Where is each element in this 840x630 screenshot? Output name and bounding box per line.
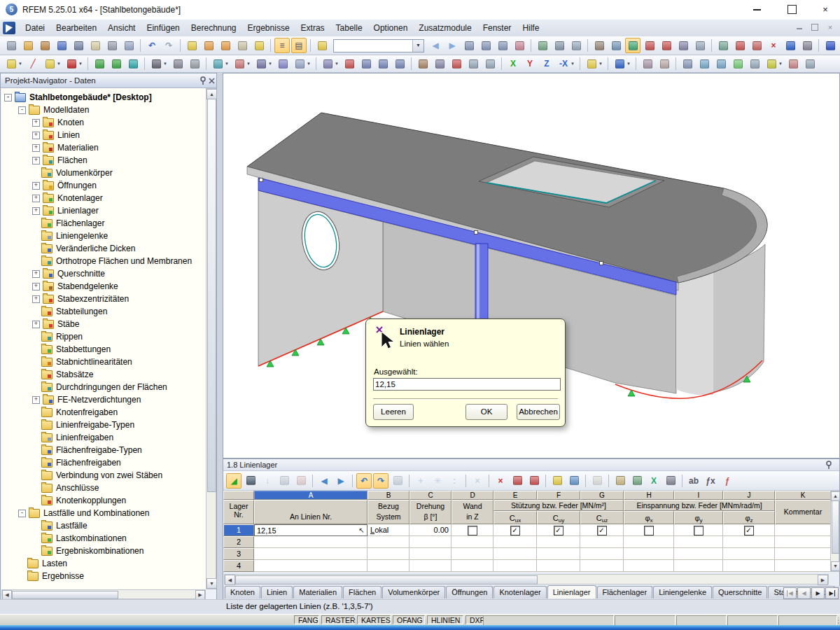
first-tab-button[interactable]: ◀ bbox=[783, 587, 797, 599]
tree-item-modelldaten[interactable]: -Modelldaten bbox=[1, 104, 206, 116]
tree-expander-icon[interactable]: - bbox=[18, 510, 26, 517]
snap-icon[interactable] bbox=[715, 38, 731, 53]
tree-item-lastfälle[interactable]: Lastfälle bbox=[1, 519, 206, 532]
tree-item-stabteilungen[interactable]: Stabteilungen bbox=[1, 305, 206, 318]
tree-item-öffnungen[interactable]: +Öffnungen bbox=[1, 179, 206, 192]
table-undo-icon[interactable]: ↶ bbox=[356, 473, 372, 489]
select-box-icon[interactable]: ▼ bbox=[232, 56, 247, 71]
tree-item-rippen[interactable]: Rippen bbox=[1, 330, 206, 343]
fe-mesh-icon[interactable] bbox=[608, 38, 624, 53]
function-del-icon[interactable]: ƒ bbox=[720, 473, 735, 489]
check-model-icon[interactable] bbox=[799, 38, 815, 53]
tree-expander-icon[interactable]: + bbox=[32, 144, 40, 152]
tree-item-lasten[interactable]: Lasten bbox=[1, 557, 206, 570]
tree-expander-icon[interactable]: + bbox=[32, 283, 40, 290]
mode-kartes[interactable]: KARTES bbox=[357, 615, 391, 624]
ok-button[interactable]: OK bbox=[465, 404, 507, 420]
dim-red-icon[interactable] bbox=[512, 38, 527, 53]
tree-item-stahlbetongebäude-desktop-[interactable]: -Stahlbetongebäude* [Desktop] bbox=[1, 91, 206, 104]
row-number-4[interactable]: 4 bbox=[223, 560, 254, 572]
loadcase-combo[interactable]: ▼ bbox=[333, 39, 424, 52]
regenerate-icon[interactable] bbox=[415, 56, 430, 71]
checkbox-uz[interactable]: ✓ bbox=[597, 526, 607, 536]
workplane-icon[interactable] bbox=[625, 38, 640, 53]
column-letter-K[interactable]: K bbox=[775, 491, 831, 500]
column-letter-A[interactable]: A bbox=[254, 491, 368, 500]
tree-expander-icon[interactable]: + bbox=[32, 132, 40, 139]
print-preview-icon[interactable] bbox=[121, 38, 136, 53]
mode-fang[interactable]: FANG bbox=[294, 615, 319, 624]
empty-cell[interactable] bbox=[674, 548, 723, 560]
tree-item-fe-netzverdichtungen[interactable]: +FE-Netzverdichtungen bbox=[1, 393, 206, 406]
checkbox-ux[interactable]: ✓ bbox=[510, 526, 520, 536]
table-tab-flächen[interactable]: Flächen bbox=[343, 586, 382, 598]
empty-cell[interactable] bbox=[451, 560, 493, 572]
tree-item-knoten[interactable]: +Knoten bbox=[1, 116, 206, 129]
tree-expander-icon[interactable]: + bbox=[32, 270, 40, 278]
menu-bearbeiten[interactable]: Bearbeiten bbox=[50, 20, 102, 36]
table-horizontal-scrollbar[interactable]: ◀ ▶ bbox=[224, 574, 829, 584]
empty-cell[interactable] bbox=[537, 560, 580, 572]
cell-drehung[interactable]: 0.00 bbox=[410, 524, 451, 536]
row-number-1[interactable]: 1 bbox=[223, 524, 254, 536]
column-letter-C[interactable]: C bbox=[410, 491, 451, 500]
table-tab-öffnungen[interactable]: Öffnungen bbox=[446, 586, 493, 598]
checkbox-cell-G[interactable]: ✓ bbox=[580, 524, 624, 536]
selected-lines-input[interactable] bbox=[373, 378, 561, 391]
tree-item-linienlager[interactable]: +Linienlager bbox=[1, 204, 206, 217]
surface-tool-icon[interactable]: ▼ bbox=[210, 56, 225, 71]
delete-rows-icon[interactable]: × bbox=[493, 473, 508, 489]
zoom-center-icon[interactable] bbox=[218, 38, 233, 53]
menu-fenster[interactable]: Fenster bbox=[477, 20, 517, 36]
tree-expander-icon[interactable]: + bbox=[32, 195, 40, 202]
tree-item-querschnitte[interactable]: +Querschnitte bbox=[1, 267, 206, 280]
table-vertical-scrollbar[interactable]: ▲ ▼ bbox=[830, 491, 839, 572]
zoom-cancel-icon[interactable] bbox=[449, 56, 464, 71]
view-y-icon[interactable]: Y bbox=[522, 56, 538, 71]
mesh-settings-icon[interactable] bbox=[676, 38, 691, 53]
navigator-horizontal-scrollbar[interactable]: ◀ ▶ bbox=[1, 589, 206, 599]
empty-cell[interactable] bbox=[624, 536, 674, 548]
empty-cell[interactable] bbox=[254, 536, 368, 548]
nodal-support-icon[interactable] bbox=[92, 56, 107, 71]
column-letter-G[interactable]: G bbox=[580, 491, 624, 500]
menu-tabelle[interactable]: Tabelle bbox=[330, 20, 368, 36]
notes-icon[interactable] bbox=[612, 473, 628, 489]
tree-item-lastfälle-und-kombinationen[interactable]: -Lastfälle und Kombinationen bbox=[1, 507, 206, 519]
frame-calc2-icon[interactable] bbox=[568, 38, 584, 53]
next-tab-button[interactable]: ▶ bbox=[811, 587, 825, 599]
new-solid-icon[interactable] bbox=[275, 56, 290, 71]
empty-cell[interactable] bbox=[493, 560, 537, 572]
rotate-red-icon[interactable] bbox=[732, 38, 748, 53]
results-iso-icon[interactable] bbox=[696, 56, 712, 71]
empty-cell[interactable] bbox=[368, 536, 410, 548]
mdi-restore-button[interactable] bbox=[809, 22, 820, 32]
handshake-icon[interactable] bbox=[592, 38, 607, 53]
tree-expander-icon[interactable]: + bbox=[32, 396, 40, 404]
tree-item-materialien[interactable]: +Materialien bbox=[1, 141, 206, 154]
column-letter-D[interactable]: D bbox=[451, 491, 493, 500]
table-blue-icon[interactable] bbox=[566, 473, 582, 489]
tree-item-knotenfreigaben[interactable]: Knotenfreigaben bbox=[1, 406, 206, 419]
tree-item-stabbettungen[interactable]: Stabbettungen bbox=[1, 343, 206, 356]
mdi-minimize-button[interactable] bbox=[794, 22, 805, 32]
checkbox-uy[interactable]: ✓ bbox=[554, 526, 564, 536]
tree-item-flächen[interactable]: +Flächen bbox=[1, 154, 206, 167]
tree-expander-icon[interactable]: + bbox=[32, 207, 40, 215]
column-letter-I[interactable]: I bbox=[674, 491, 723, 500]
open-folder-icon[interactable] bbox=[20, 38, 36, 53]
view-minus-x-icon[interactable]: -X▼ bbox=[556, 56, 571, 71]
checkbox-cell-I[interactable] bbox=[674, 524, 723, 536]
column-letter-J[interactable]: J bbox=[723, 491, 775, 500]
prev-tab-button[interactable]: ◀ bbox=[797, 587, 811, 599]
view-eye-icon[interactable] bbox=[495, 38, 510, 53]
results-diagram-icon[interactable] bbox=[785, 56, 801, 71]
select-window-icon[interactable] bbox=[692, 38, 708, 53]
print-icon[interactable] bbox=[104, 38, 120, 53]
line-support-icon[interactable] bbox=[108, 56, 124, 71]
empty-cell[interactable] bbox=[723, 560, 775, 572]
delete-row-icon[interactable] bbox=[526, 473, 542, 489]
menu-datei[interactable]: Datei bbox=[20, 20, 50, 36]
run-calculation-icon[interactable] bbox=[822, 38, 838, 53]
table-edit-mode-icon[interactable]: ◢ bbox=[226, 473, 241, 489]
